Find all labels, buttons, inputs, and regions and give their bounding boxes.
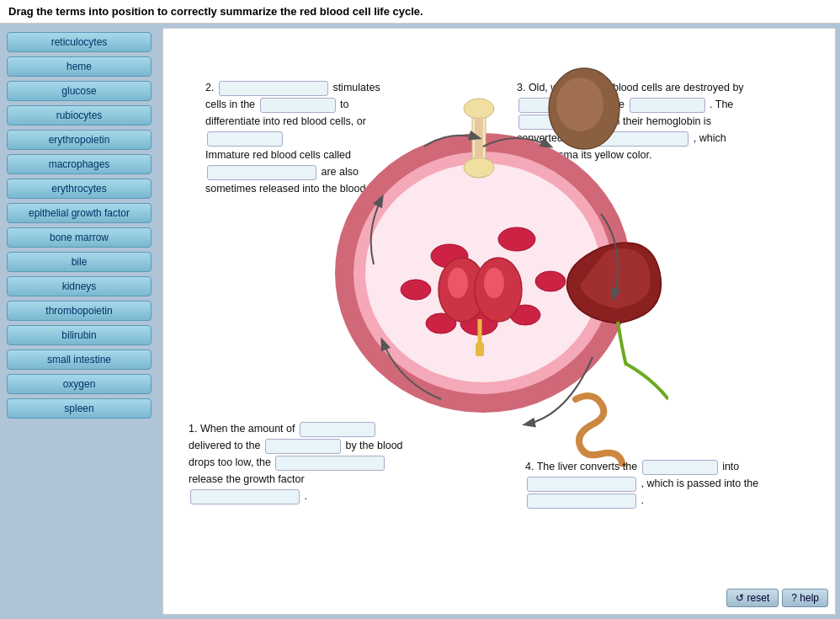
block2-prefix: 2. <box>205 82 217 93</box>
svg-point-12 <box>484 268 504 298</box>
block1-period: . <box>304 490 306 502</box>
term-rubiocytes[interactable]: rubiocytes <box>7 105 152 125</box>
drop-2d[interactable] <box>207 165 316 180</box>
svg-point-19 <box>556 77 603 131</box>
drop-4b[interactable] <box>527 477 636 492</box>
term-oxygen[interactable]: oxygen <box>7 374 152 394</box>
help-button[interactable]: ? help <box>782 589 828 607</box>
block4-text3: , which is passed into the <box>641 478 758 489</box>
text-block-1: 1. When the amount of delivered to the b… <box>189 420 407 504</box>
term-epithelial-growth-factor[interactable]: epithelial growth factor <box>7 203 152 223</box>
drop-2a[interactable] <box>219 81 328 96</box>
instruction-bar: Drag the terms into position to correctl… <box>0 0 840 24</box>
drop-1d[interactable] <box>190 489 300 504</box>
svg-point-16 <box>464 157 494 178</box>
term-bilirubin[interactable]: bilirubin <box>7 325 152 345</box>
main-container: reticulocyteshemeglucoserubiocyteserythr… <box>0 24 840 619</box>
drop-4c[interactable] <box>527 494 636 509</box>
terms-sidebar: reticulocyteshemeglucoserubiocyteserythr… <box>0 24 158 619</box>
drop-1b[interactable] <box>265 439 341 454</box>
block1-text1: 1. When the amount of <box>189 423 298 435</box>
block1-text2: delivered to the <box>189 440 263 451</box>
term-erythrocytes[interactable]: erythrocytes <box>7 179 152 199</box>
term-heme[interactable]: heme <box>7 56 152 77</box>
svg-point-3 <box>498 227 535 251</box>
drop-1a[interactable] <box>300 422 375 437</box>
svg-point-15 <box>464 99 494 119</box>
bottom-bar: ↺ reset ? help <box>726 589 828 607</box>
term-glucose[interactable]: glucose <box>7 81 152 101</box>
drop-2c[interactable] <box>207 131 283 147</box>
block4-text1: 4. The liver converts the <box>525 461 641 472</box>
block1-text4: release the growth factor <box>189 473 305 485</box>
svg-point-7 <box>401 280 431 300</box>
svg-point-8 <box>535 271 566 291</box>
term-bone-marrow[interactable]: bone marrow <box>7 227 152 248</box>
instruction-text: Drag the terms into position to correctl… <box>8 5 423 18</box>
term-macrophages[interactable]: macrophages <box>7 154 152 174</box>
drop-1c[interactable] <box>275 456 385 471</box>
drop-4a[interactable] <box>642 460 718 475</box>
term-reticulocytes[interactable]: reticulocytes <box>7 32 152 52</box>
term-bile[interactable]: bile <box>7 252 152 272</box>
content-area: 2. stimulates cells in the to differenti… <box>162 28 836 615</box>
svg-rect-13 <box>476 343 484 356</box>
block4-text2: into <box>722 461 739 472</box>
block4-period: . <box>641 494 643 506</box>
term-kidneys[interactable]: kidneys <box>7 276 152 296</box>
block3-text3: . The <box>710 99 733 110</box>
reset-button[interactable]: ↺ reset <box>726 589 779 607</box>
svg-point-11 <box>448 268 468 298</box>
text-block-4: 4. The liver converts the into , which i… <box>525 458 778 509</box>
term-thrombopoietin[interactable]: thrombopoietin <box>7 301 152 321</box>
term-erythropoietin[interactable]: erythropoietin <box>7 130 152 150</box>
term-spleen[interactable]: spleen <box>7 398 152 419</box>
term-small-intestine[interactable]: small intestine <box>7 350 152 370</box>
